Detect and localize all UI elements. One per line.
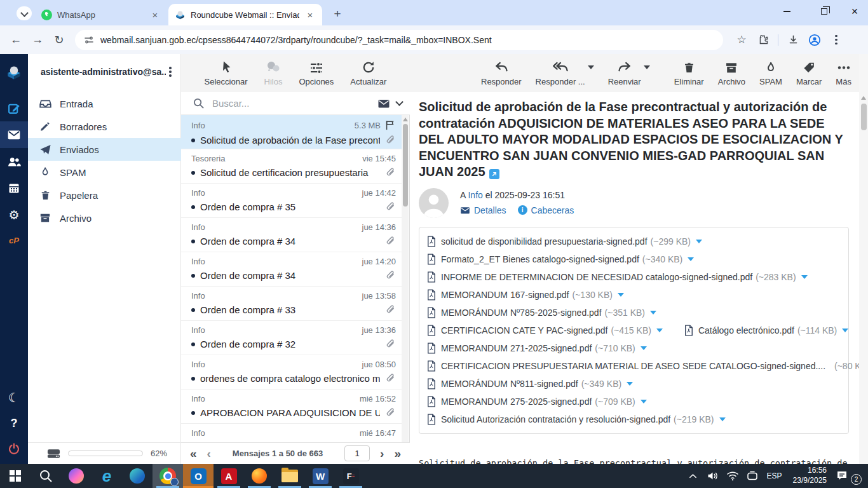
attachment[interactable]: Formato_2_ET Bienes catalogo-signed-sign… — [427, 254, 694, 265]
attachment-menu-caret-icon[interactable] — [641, 400, 647, 403]
message-row[interactable]: Info5.3 MB Solicitud de aprobación de la… — [181, 115, 402, 149]
attachment[interactable]: Catálogo electrónico.pdf(~114 KB) — [684, 325, 848, 336]
help-icon[interactable]: ? — [0, 410, 28, 437]
first-page-button[interactable]: « — [190, 447, 197, 459]
taskbar-chrome-button[interactable] — [153, 464, 183, 488]
reload-button[interactable]: ↻ — [48, 29, 70, 51]
to-recipient-link[interactable]: Info — [468, 190, 482, 200]
folder-papelera[interactable]: Papelera — [28, 184, 181, 207]
wifi-icon[interactable] — [725, 468, 740, 484]
tab-whatsapp[interactable]: WhatsApp × — [35, 4, 167, 25]
forward-button[interactable]: Reenviar — [608, 60, 641, 86]
message-row[interactable]: Infojue 13:58 Orden de compra # 33 — [181, 287, 402, 321]
options-button[interactable]: Opciones — [299, 60, 334, 86]
browser-menu-kebab-icon[interactable] — [827, 30, 846, 50]
reply-all-button[interactable]: Responder ... — [536, 60, 585, 86]
close-window-button[interactable]: × — [840, 0, 868, 23]
profile-icon[interactable] — [805, 30, 824, 50]
taskbar-outlook-button[interactable]: O — [183, 464, 214, 488]
screen-capture-icon[interactable] — [745, 468, 760, 484]
settings-gear-icon[interactable]: ⚙ — [0, 201, 28, 228]
tray-chevron-up-icon[interactable] — [686, 468, 701, 484]
back-button[interactable]: ← — [5, 29, 27, 51]
attachment-menu-caret-icon[interactable] — [656, 329, 663, 332]
folder-borradores[interactable]: Borradores — [28, 115, 181, 138]
compose-button[interactable] — [0, 95, 28, 121]
edge-icon[interactable] — [122, 464, 153, 488]
clock[interactable]: 16:56 23/9/2025 — [793, 466, 827, 485]
list-scrollbar[interactable] — [402, 115, 409, 442]
attachment[interactable]: CERTIFICACION CATE Y PAC-signed.pdf(~415… — [427, 325, 663, 336]
copilot-icon[interactable] — [61, 464, 92, 488]
firefox-icon[interactable] — [244, 464, 275, 488]
logout-power-icon[interactable] — [0, 435, 28, 462]
extensions-icon[interactable] — [754, 30, 773, 50]
external-link-icon[interactable] — [489, 169, 499, 179]
address-bar[interactable]: webmail.sanjuan.gob.ec/cpsess8644744072/… — [75, 30, 723, 50]
close-icon[interactable]: × — [149, 10, 161, 20]
attachment[interactable]: MEMORANDUM 167-signed.pdf(~130 KB) — [427, 289, 624, 301]
site-settings-tune-icon[interactable] — [84, 35, 94, 45]
attachment-menu-caret-icon[interactable] — [719, 417, 726, 421]
minimize-button[interactable] — [772, 0, 801, 23]
bookmark-star-icon[interactable]: ☆ — [732, 30, 751, 50]
page-input[interactable] — [344, 445, 370, 461]
headers-link[interactable]: Cabeceras — [518, 205, 574, 215]
attachment[interactable]: MEMORÁNDUM Nº811-signed.pdf(~349 KB) — [427, 378, 633, 390]
attachment-menu-caret-icon[interactable] — [688, 257, 694, 261]
word-icon[interactable]: W — [305, 464, 336, 488]
attachment-menu-caret-icon[interactable] — [618, 293, 624, 297]
attachment[interactable]: solicitud de disponibilidad presupuestar… — [427, 236, 702, 247]
reply-all-caret-icon[interactable] — [588, 65, 594, 69]
message-row[interactable]: Infojue 14:36 Orden de compra # 34 — [181, 218, 402, 252]
message-row[interactable]: Infojue 13:36 Orden de compra # 32 — [181, 321, 402, 355]
new-tab-button[interactable]: + — [329, 6, 346, 22]
attachment-menu-caret-icon[interactable] — [641, 346, 647, 350]
contacts-nav-button[interactable] — [0, 148, 28, 175]
mark-button[interactable]: Marcar — [796, 60, 822, 86]
firma-ec-icon[interactable]: F≡ — [336, 464, 366, 488]
calendar-nav-button[interactable] — [0, 175, 28, 201]
close-icon[interactable]: × — [304, 10, 316, 20]
tab-roundcube[interactable]: Roundcube Webmail :: Enviados × — [168, 4, 322, 25]
message-row[interactable]: Infomié 16:52 APROBACION PARA ADQUISICIO… — [181, 390, 402, 424]
account-menu-kebab-icon[interactable] — [166, 67, 175, 76]
acrobat-icon[interactable]: A — [214, 464, 244, 488]
message-scroll-thumb[interactable] — [861, 104, 867, 130]
next-page-button[interactable]: › — [380, 447, 384, 459]
forward-button[interactable]: → — [27, 29, 48, 51]
attachment[interactable]: CERTIFICACION PRESUPUESTARIA MATERIAL DE… — [427, 360, 859, 372]
reply-button[interactable]: Responder — [481, 60, 522, 86]
cpanel-icon[interactable]: cP — [0, 227, 28, 254]
attachment[interactable]: MEMORANDUM 271-2025-signed.pdf(~710 KB) — [427, 342, 647, 354]
details-link[interactable]: Detalles — [460, 205, 506, 215]
restore-button[interactable] — [810, 0, 839, 23]
attachment[interactable]: MEMORÁNDUM Nº785-2025-signed.pdf(~351 KB… — [427, 307, 656, 318]
attachment[interactable]: Solicitud Autorización contratación y re… — [427, 414, 726, 425]
message-row[interactable]: Infojue 08:50 ordenes de compra catalogo… — [181, 355, 402, 390]
threads-button[interactable]: Hilos — [264, 60, 283, 86]
keyboard-language[interactable]: ESP — [767, 471, 782, 480]
delete-button[interactable]: Eliminar — [674, 60, 704, 86]
volume-icon[interactable] — [705, 468, 721, 484]
flag-icon[interactable] — [384, 119, 396, 131]
notification-center-icon[interactable] — [835, 468, 850, 484]
spam-button[interactable]: SPAM — [759, 60, 782, 86]
refresh-button[interactable]: Actualizar — [350, 60, 386, 86]
message-row[interactable]: Infojue 14:42 Orden de compra # 35 — [181, 184, 402, 218]
folder-spam[interactable]: SPAM — [28, 161, 181, 184]
attachment-menu-caret-icon[interactable] — [842, 329, 848, 332]
taskbar-search-button[interactable] — [31, 464, 61, 488]
search-scope-envelope-icon[interactable] — [377, 97, 390, 110]
prev-page-button[interactable]: ‹ — [207, 447, 211, 459]
list-scroll-thumb[interactable] — [403, 124, 408, 207]
message-scrollbar[interactable] — [859, 54, 868, 464]
attachment-menu-caret-icon[interactable] — [801, 275, 808, 279]
forward-caret-icon[interactable] — [644, 65, 650, 69]
attachment[interactable]: INFORME DE DETERMINACION DE NECESIDAD ca… — [427, 271, 808, 283]
search-options-chevron-icon[interactable] — [395, 98, 403, 106]
message-row[interactable]: Tesoreriavie 15:45 Solicitud de certific… — [181, 149, 402, 184]
message-row[interactable]: Infojue 14:20 Orden de compra # 34 — [181, 252, 402, 287]
scroll-up-icon[interactable] — [861, 96, 866, 100]
file-explorer-icon[interactable] — [275, 464, 305, 488]
